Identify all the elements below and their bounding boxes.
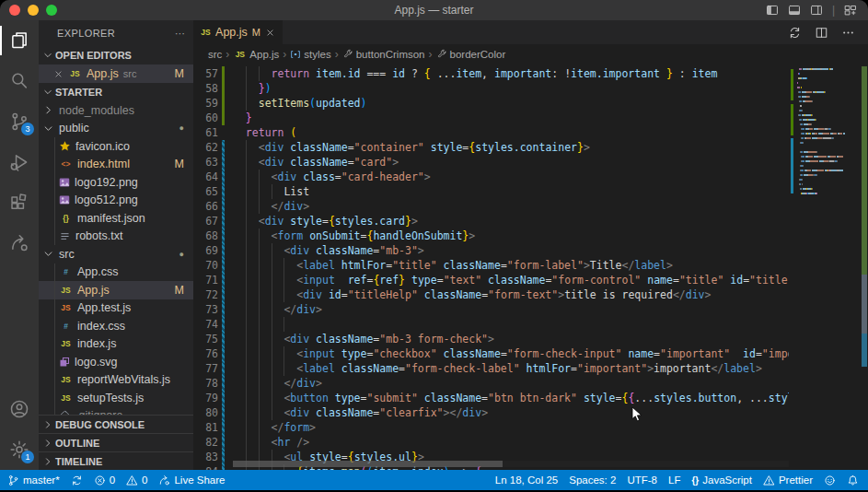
breadcrumb-src[interactable]: src xyxy=(208,49,222,60)
minimap-line xyxy=(796,110,859,111)
chevron-down-icon xyxy=(42,87,53,98)
status-indentation[interactable]: Spaces: 2 xyxy=(569,474,616,486)
status-warnings[interactable]: 0 xyxy=(126,474,147,486)
close-editor-icon[interactable] xyxy=(53,69,64,79)
minimap[interactable] xyxy=(789,64,861,470)
open-changes-button[interactable] xyxy=(788,26,802,40)
status-sync-changes[interactable] xyxy=(71,474,83,486)
section-debug-console[interactable]: DEBUG CONSOLE xyxy=(39,415,193,433)
indent-guide xyxy=(246,391,247,405)
code-line-62: 62 <div className="container" style={sty… xyxy=(193,140,868,155)
chevron-down-icon xyxy=(42,248,54,260)
activity-explorer[interactable] xyxy=(0,20,39,61)
tree-item-node_modules[interactable]: node_modules xyxy=(39,101,193,120)
gutter-change-indicator xyxy=(222,228,225,243)
layout-panel-bottom-button[interactable] xyxy=(788,4,801,17)
badge: 3 xyxy=(21,123,34,135)
status-encoding[interactable]: UTF-8 xyxy=(627,474,657,486)
tree-item-favicon.ico[interactable]: favicon.ico xyxy=(39,137,193,156)
activity-source-control[interactable]: 3 xyxy=(0,101,39,142)
minimap-line xyxy=(796,193,859,194)
explorer-more-actions-button[interactable]: ⋯ xyxy=(175,28,186,40)
breadcrumb-buttonCrimson[interactable]: buttonCrimson xyxy=(342,49,425,60)
breadcrumb-borderColor[interactable]: borderColor xyxy=(436,49,506,60)
code-editor[interactable]: 57 return item.id === id ? { ...item, im… xyxy=(193,64,868,470)
close-tab-icon[interactable] xyxy=(265,28,275,38)
open-editors-section-header[interactable]: OPEN EDITORS xyxy=(39,46,193,64)
activity-search[interactable] xyxy=(0,61,39,101)
minimap-line xyxy=(796,179,859,181)
minimap-line xyxy=(796,165,859,167)
tree-item-reportWebVitals.js[interactable]: JSreportWebVitals.js xyxy=(39,371,193,390)
layout-sidebar-right-button[interactable] xyxy=(810,4,823,17)
wrench-icon xyxy=(436,49,447,60)
horizontal-scrollbar[interactable] xyxy=(233,461,789,467)
horizontal-scrollbar-thumb[interactable] xyxy=(233,461,503,467)
indent-guide xyxy=(259,376,260,391)
tree-item-App.test.js[interactable]: JSApp.test.js xyxy=(39,299,193,318)
tree-item-index.html[interactable]: <>index.htmlM xyxy=(39,156,193,174)
activity-live-share[interactable] xyxy=(0,223,39,264)
tree-item-App.js[interactable]: JSApp.jsM xyxy=(39,281,193,299)
breadcrumb-styles[interactable]: styles xyxy=(290,49,330,60)
chevron-down-icon xyxy=(42,50,53,61)
breadcrumb-App.js[interactable]: JSApp.js xyxy=(233,49,279,60)
activity-settings[interactable]: 1 xyxy=(0,429,39,470)
tree-item-index.js[interactable]: JSindex.js xyxy=(39,335,193,354)
split-editor-button[interactable] xyxy=(815,26,828,40)
close-icon xyxy=(265,28,275,38)
activity-run-debug[interactable] xyxy=(0,142,39,182)
tree-item-src[interactable]: src● xyxy=(39,245,193,264)
code-line-79: 79 <button type="submit" className="btn … xyxy=(193,391,868,405)
tree-item-logo.svg[interactable]: logo.svg xyxy=(39,353,193,371)
activity-accounts[interactable] xyxy=(0,389,39,429)
tree-item-robots.txt[interactable]: robots.txt xyxy=(39,228,193,246)
tree-item-public[interactable]: public● xyxy=(39,120,193,138)
indent-guide xyxy=(272,302,272,317)
compare-icon xyxy=(788,26,802,40)
code-line-63: 63 <div className="card"> xyxy=(193,155,868,170)
activity-extensions[interactable] xyxy=(0,182,39,223)
project-section-header[interactable]: STARTER xyxy=(39,83,193,101)
status-feedback[interactable] xyxy=(824,474,836,486)
status-live-share[interactable]: Live Share xyxy=(158,474,225,486)
tree-item-.gitignore[interactable]: .gitignore xyxy=(39,407,193,416)
indent-guide xyxy=(259,391,260,405)
status-git-branch[interactable]: master* xyxy=(7,474,60,486)
tree-item-index.css[interactable]: #index.css xyxy=(39,317,193,335)
tree-item-logo192.png[interactable]: logo192.png xyxy=(39,173,193,192)
line-number: 79 xyxy=(193,391,218,405)
tree-item-setupTests.js[interactable]: JSsetupTests.js xyxy=(39,389,193,407)
minimap-line xyxy=(796,82,859,84)
file-label: manifest.json xyxy=(77,212,145,225)
line-number: 65 xyxy=(193,184,218,199)
tab-appjs[interactable]: JSApp.jsM xyxy=(193,20,283,44)
indent-guide xyxy=(259,317,260,332)
tree-item-manifest.json[interactable]: {}manifest.json xyxy=(39,209,193,228)
status-language-mode[interactable]: {}JavaScript xyxy=(691,474,751,486)
section-outline[interactable]: OUTLINE xyxy=(39,433,193,451)
indent-guide xyxy=(272,287,272,302)
indent-guide xyxy=(284,346,284,361)
open-editor-item[interactable]: JSApp.jssrcM xyxy=(39,64,193,83)
chevron-right-icon xyxy=(42,104,54,116)
overview-mark xyxy=(862,66,867,275)
gutter-change-indicator xyxy=(222,243,225,258)
file-label: .gitignore xyxy=(75,409,122,415)
status-errors[interactable]: 0 xyxy=(94,474,115,486)
layout-sidebar-left-button[interactable] xyxy=(766,4,779,17)
section-timeline[interactable]: TIMELINE xyxy=(39,451,193,470)
layout-customize-button[interactable] xyxy=(844,4,857,17)
minimap-change-mark xyxy=(791,69,793,100)
status-prettier[interactable]: Prettier xyxy=(763,474,813,486)
tree-item-App.css[interactable]: #App.css xyxy=(39,264,193,282)
indent-guide xyxy=(246,81,247,96)
js-orange-icon: JS xyxy=(59,303,73,312)
status-cursor-position[interactable]: Ln 18, Col 25 xyxy=(495,474,558,486)
title-bar: App.js — starter | xyxy=(0,0,868,20)
status-eol[interactable]: LF xyxy=(668,474,680,486)
tree-item-logo512.png[interactable]: logo512.png xyxy=(39,192,193,210)
minimap-line xyxy=(796,91,859,93)
more-actions-button[interactable] xyxy=(841,26,855,40)
status-notifications[interactable] xyxy=(847,474,859,486)
